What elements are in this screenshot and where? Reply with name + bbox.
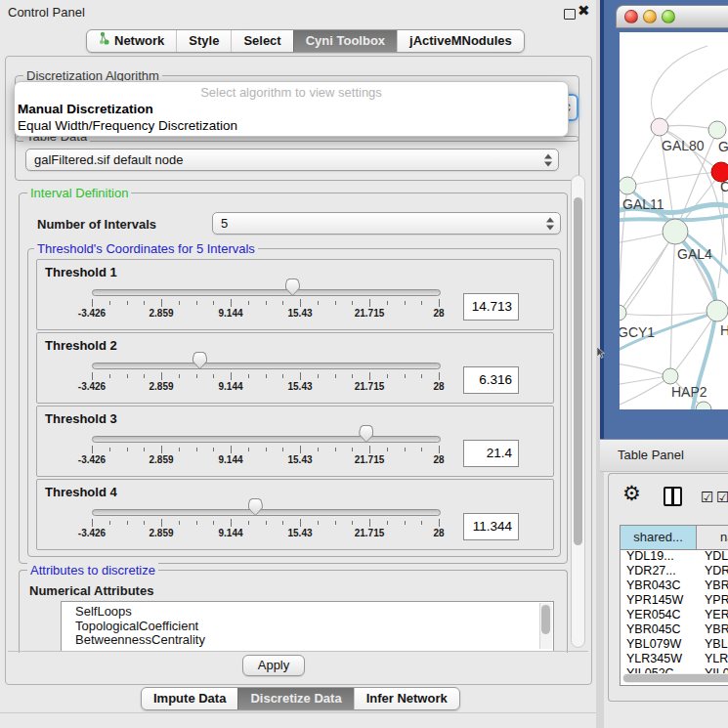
- threshold-3-box: Threshold 3 -3.4262.8599.14415.4321.7152…: [36, 406, 554, 477]
- table-row[interactable]: YBL079WYBL0: [621, 637, 728, 652]
- network-view-canvas[interactable]: GAL80GACGAL11GAL4GCY1HHAP2: [620, 32, 728, 409]
- network-icon: [99, 30, 109, 52]
- threshold-2-slider-track[interactable]: [92, 363, 441, 369]
- threshold-1-slider-track[interactable]: [92, 289, 441, 296]
- threshold-coordinates-title: Threshold's Coordinates for 5 Intervals: [34, 241, 258, 256]
- number-of-intervals-value: 5: [221, 216, 228, 231]
- popup-option-manual-discretization[interactable]: Manual Discretization: [18, 102, 153, 116]
- slider-tick-labels: -3.4262.8599.14415.4321.71528: [92, 454, 439, 467]
- table-data-combobox[interactable]: galFiltered.sif default node: [25, 149, 559, 171]
- network-node-label: HAP2: [671, 384, 707, 400]
- attributes-group: Attributes to discretize Numerical Attri…: [19, 570, 568, 653]
- table-row[interactable]: YBR043CYBR0: [621, 578, 728, 593]
- checkbox-icon[interactable]: ☑: [701, 489, 713, 506]
- table-row[interactable]: YLR345WYLR3: [621, 652, 728, 666]
- network-node-label: GAL4: [677, 246, 712, 262]
- tab-impute-data[interactable]: Impute Data: [142, 688, 237, 709]
- network-edge[interactable]: [620, 312, 715, 316]
- popup-option-equal-width-frequency[interactable]: Equal Width/Frequency Discretization: [18, 118, 237, 133]
- list-item-selfloops[interactable]: SelfLoops: [62, 605, 553, 620]
- tab-select[interactable]: Select: [231, 30, 292, 52]
- window-zoom-button[interactable]: [662, 10, 675, 23]
- network-edge[interactable]: [620, 364, 669, 376]
- network-edge[interactable]: [660, 67, 728, 127]
- numerical-attributes-list: SelfLoops TopologicalCoefficient Between…: [61, 601, 554, 652]
- network-edge[interactable]: [620, 233, 674, 323]
- slider-tick-labels: -3.4262.8599.14415.4321.71528: [92, 528, 439, 540]
- table-row[interactable]: YBR045CYBR0: [621, 622, 728, 637]
- tab-cyni-toolbox[interactable]: Cyni Toolbox: [293, 30, 397, 52]
- list-item-topologicalcoefficient[interactable]: TopologicalCoefficient: [62, 620, 553, 634]
- threshold-4-box: Threshold 4 -3.4262.8599.14415.4321.7152…: [36, 479, 554, 550]
- network-node-GCY1[interactable]: [620, 305, 626, 321]
- column-header-name[interactable]: na: [697, 526, 728, 549]
- network-node-label: GCY1: [620, 324, 655, 340]
- threshold-4-value-field[interactable]: 11.344: [463, 513, 519, 540]
- combo-arrows-icon: [545, 217, 554, 230]
- panel-scrollbar[interactable]: [571, 175, 585, 648]
- interval-definition-title: Interval Definition: [27, 186, 131, 200]
- network-edge[interactable]: [628, 172, 719, 186]
- slider-ticks: [92, 299, 439, 308]
- table-horizontal-scrollbar[interactable]: [622, 673, 728, 683]
- table-scrollbar-thumb[interactable]: [623, 674, 728, 682]
- network-node-GA[interactable]: [708, 121, 726, 139]
- table-row[interactable]: YPR145WYPR1: [621, 593, 728, 608]
- tab-network-label: Network: [114, 30, 164, 52]
- table-data-value: galFiltered.sif default node: [34, 152, 183, 167]
- network-edge[interactable]: [620, 376, 669, 385]
- window-close-button[interactable]: [624, 10, 638, 23]
- threshold-3-slider-track[interactable]: [92, 436, 441, 443]
- list-scrollbar[interactable]: [539, 603, 552, 649]
- table-panel-header: Table Panel: [600, 439, 728, 472]
- column-header-shared-name[interactable]: shared...: [621, 526, 697, 549]
- list-item-betweennesscentrality[interactable]: BetweennessCentrality: [62, 633, 553, 648]
- threshold-3-label: Threshold 3: [45, 411, 117, 426]
- slider-ticks: [92, 446, 439, 454]
- tab-discretize-data[interactable]: Discretize Data: [237, 688, 353, 709]
- tab-infer-network[interactable]: Infer Network: [354, 688, 459, 709]
- tab-style[interactable]: Style: [176, 30, 231, 52]
- threshold-2-box: Threshold 2 -3.4262.8599.14415.4321.7152…: [36, 332, 554, 404]
- network-node-GAL11[interactable]: [620, 177, 636, 194]
- network-edge[interactable]: [670, 234, 675, 375]
- network-node-HAP2[interactable]: [663, 368, 678, 384]
- slider-ticks: [92, 372, 439, 381]
- tab-network[interactable]: Network: [87, 30, 176, 52]
- network-edge[interactable]: [620, 377, 670, 407]
- network-node-GAL4[interactable]: [663, 219, 688, 244]
- apply-button[interactable]: Apply: [242, 655, 305, 676]
- control-panel-title: Control Panel: [8, 5, 85, 20]
- number-of-intervals-label: Number of Intervals: [37, 217, 156, 232]
- algorithm-dropdown-popup: Select algorithm to view settings Manual…: [14, 81, 569, 137]
- split-columns-icon[interactable]: [664, 487, 682, 506]
- table-row[interactable]: YER054CYER0: [621, 608, 728, 622]
- float-window-icon[interactable]: [564, 9, 576, 20]
- threshold-1-box: Threshold 1 -3.4262.8599.14415.4321.7152…: [36, 259, 554, 330]
- window-minimize-button[interactable]: [643, 10, 657, 23]
- node-attribute-table: shared... na YDL19...YDL1 YDR27...YDR2 Y…: [620, 525, 728, 686]
- list-scrollbar-thumb[interactable]: [541, 605, 550, 634]
- network-node-GAL80[interactable]: [651, 118, 668, 136]
- slider-tick-labels: -3.4262.8599.14415.4321.71528: [92, 308, 439, 321]
- table-row[interactable]: YDL19...YDL1: [621, 549, 728, 564]
- threshold-2-value-field[interactable]: 6.316: [463, 366, 519, 394]
- threshold-1-value-field[interactable]: 14.713: [463, 293, 519, 321]
- number-of-intervals-combobox[interactable]: 5: [212, 212, 561, 235]
- gear-icon[interactable]: ⚙: [622, 482, 641, 505]
- table-panel-body: ⚙ ☑ ☑ shared... na YDL19...YDL1 YDR27...…: [608, 473, 728, 702]
- cyni-bottom-tabs: Impute Data Discretize Data Infer Networ…: [141, 687, 460, 710]
- threshold-4-slider-track[interactable]: [92, 509, 441, 516]
- network-window-titlebar[interactable]: [616, 5, 728, 28]
- slider-ticks: [92, 519, 439, 528]
- network-node-H[interactable]: [707, 300, 728, 321]
- checkbox-icon[interactable]: ☑: [716, 489, 728, 506]
- panel-scrollbar-thumb[interactable]: [574, 197, 582, 545]
- network-graph: GAL80GACGAL11GAL4GCY1HHAP2: [620, 32, 728, 409]
- close-icon[interactable]: ✖: [578, 2, 590, 20]
- network-edge[interactable]: [628, 127, 660, 186]
- table-row[interactable]: YDR27...YDR2: [621, 564, 728, 578]
- cyni-toolbox-panel: Discretization Algorithm Select algorith…: [5, 56, 592, 685]
- tab-jactivemnodules[interactable]: jActiveMNodules: [397, 30, 524, 52]
- threshold-3-value-field[interactable]: 21.4: [463, 440, 519, 467]
